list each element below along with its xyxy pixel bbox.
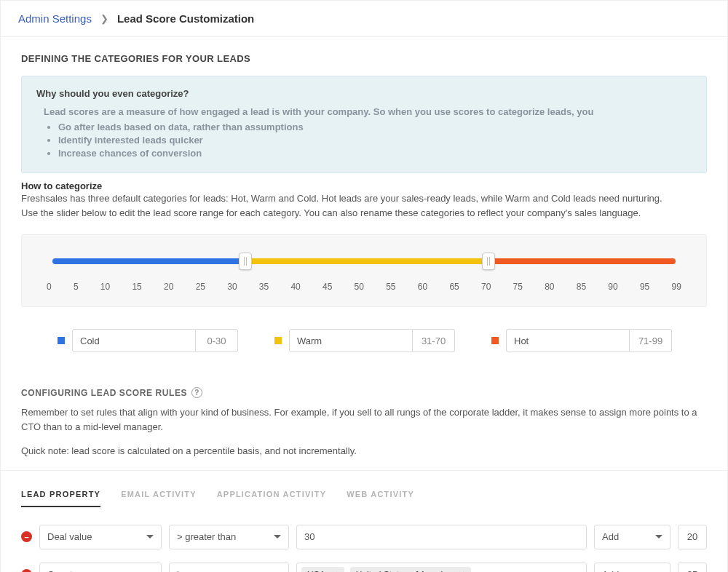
category-cold — [58, 329, 238, 352]
slider-tick: 15 — [132, 282, 141, 292]
info-lead-text: Lead scores are a measure of how engaged… — [44, 106, 692, 117]
page: Admin Settings ❯ Lead Score Customizatio… — [0, 0, 728, 572]
slider-handle-1[interactable] — [239, 253, 252, 270]
rule-tabs: LEAD PROPERTYEMAIL ACTIVITYAPPLICATION A… — [21, 490, 707, 507]
slider-tick: 35 — [259, 282, 269, 292]
category-warm-range-input[interactable] — [413, 329, 455, 352]
breadcrumb-current: Lead Score Customization — [117, 12, 254, 25]
slider-tick: 55 — [386, 282, 395, 292]
slider-tick: 95 — [640, 282, 649, 292]
slider-tick: 25 — [196, 282, 205, 292]
tab-web-activity[interactable]: WEB ACTIVITY — [347, 490, 414, 507]
rule-row: –Deal value> greater thanAdd — [21, 525, 707, 549]
slider-tick: 20 — [164, 282, 173, 292]
slider-tick: 50 — [355, 282, 364, 292]
category-cold-range-input[interactable] — [196, 329, 238, 352]
slider-track — [52, 258, 676, 264]
chevron-right-icon: ❯ — [100, 13, 108, 24]
slider-tick: 99 — [672, 282, 681, 292]
category-hot-range-input[interactable] — [630, 329, 672, 352]
rule-operator-select[interactable]: > greater than — [169, 525, 289, 549]
slider-tick: 85 — [577, 282, 586, 292]
info-bullet-list: Go after leads based on data, rather tha… — [58, 122, 692, 159]
slider-tick: 80 — [545, 282, 554, 292]
tag-remove-icon[interactable]: ✕ — [458, 570, 465, 573]
howto-title: How to categorize — [21, 180, 707, 191]
rules-paragraph-1: Remember to set rules that align with yo… — [21, 405, 707, 434]
category-hot-name-input[interactable] — [506, 329, 630, 352]
slider-tick: 5 — [74, 282, 79, 292]
category-warm-name-input[interactable] — [289, 329, 413, 352]
tag: United States of America✕ — [350, 567, 471, 573]
slider-segment-cold — [52, 258, 245, 264]
rule-value-input[interactable] — [296, 525, 587, 549]
category-cold-name-input[interactable] — [72, 329, 196, 352]
rules-list: –Deal value> greater thanAdd–CountryisUS… — [21, 525, 707, 573]
slider-tick: 90 — [608, 282, 617, 292]
breadcrumb: Admin Settings ❯ Lead Score Customizatio… — [1, 1, 727, 37]
slider-tick: 75 — [513, 282, 523, 292]
info-bullet: Increase chances of conversion — [58, 148, 692, 159]
slider-card: 0510152025303540455055606570758085909599 — [21, 234, 707, 307]
remove-rule-button[interactable]: – — [21, 531, 32, 542]
info-bullet: Identify interested leads quicker — [58, 135, 692, 146]
tag-label: USA — [307, 570, 325, 573]
rule-operator-value: > greater than — [177, 531, 236, 542]
rule-score-input[interactable] — [678, 525, 707, 549]
rule-field-value: Deal value — [47, 531, 92, 542]
slider-tick: 60 — [418, 282, 427, 292]
rule-field-value: Country — [47, 569, 81, 572]
swatch-hot-icon — [491, 337, 499, 344]
rule-score-input[interactable] — [678, 563, 707, 573]
rule-operator-value: is — [177, 569, 183, 572]
tag-remove-icon[interactable]: ✕ — [331, 570, 339, 573]
remove-rule-button[interactable]: – — [21, 569, 32, 572]
rule-value-tags[interactable]: USA✕United States of America✕ — [296, 563, 587, 573]
tag: USA✕ — [301, 567, 344, 573]
info-bullet: Go after leads based on data, rather tha… — [58, 122, 692, 132]
tab-application-activity[interactable]: APPLICATION ACTIVITY — [217, 490, 327, 507]
rule-action-select[interactable]: Add — [594, 525, 670, 549]
category-warm — [274, 329, 455, 352]
caret-down-icon — [274, 535, 281, 539]
slider-tick: 65 — [449, 282, 459, 292]
tab-lead-property[interactable]: LEAD PROPERTY — [21, 490, 100, 507]
swatch-warm-icon — [274, 337, 282, 344]
rule-action-value: Add — [602, 569, 619, 572]
slider-tick: 0 — [47, 282, 52, 292]
rule-field-select[interactable]: Deal value — [39, 525, 162, 549]
help-icon[interactable]: ? — [191, 387, 202, 398]
breadcrumb-parent-link[interactable]: Admin Settings — [18, 12, 92, 25]
rule-field-select[interactable]: Country — [39, 563, 162, 573]
rules-heading-text: CONFIGURING LEAD SCORE RULES — [21, 388, 187, 398]
category-hot — [491, 329, 672, 352]
section-heading-rules: CONFIGURING LEAD SCORE RULES ? — [21, 387, 707, 398]
slider-segment-warm — [245, 258, 488, 264]
slider-handle-2[interactable] — [482, 253, 495, 270]
tag-label: United States of America — [356, 570, 452, 573]
slider-tick: 10 — [100, 282, 110, 292]
rule-row: –CountryisUSA✕United States of America✕A… — [21, 563, 707, 573]
caret-down-icon — [655, 535, 662, 539]
slider-segment-hot — [488, 258, 676, 264]
slider-track-wrap[interactable] — [52, 254, 676, 271]
rule-action-select[interactable]: Add — [594, 563, 670, 573]
slider-ticks: 0510152025303540455055606570758085909599 — [47, 282, 681, 292]
tab-email-activity[interactable]: EMAIL ACTIVITY — [121, 490, 197, 507]
category-row — [21, 329, 707, 352]
rule-operator-select[interactable]: is — [169, 563, 289, 573]
slider-tick: 40 — [290, 282, 300, 292]
divider — [1, 470, 727, 471]
content: DEFINING THE CATEGORIES FOR YOUR LEADS W… — [1, 37, 727, 572]
info-box: Why should you even categorize? Lead sco… — [21, 76, 707, 173]
howto-text-1: Freshsales has three default categories … — [21, 191, 707, 206]
info-question: Why should you even categorize? — [36, 88, 692, 99]
howto-text-2: Use the slider below to edit the lead sc… — [21, 206, 707, 221]
caret-down-icon — [146, 535, 154, 539]
rule-action-value: Add — [602, 531, 619, 542]
slider-tick: 45 — [323, 282, 332, 292]
rules-paragraph-2: Quick note: lead score is calculated on … — [21, 444, 707, 458]
slider-tick: 30 — [227, 282, 237, 292]
slider-tick: 70 — [481, 282, 491, 292]
section-heading-defining: DEFINING THE CATEGORIES FOR YOUR LEADS — [21, 53, 707, 64]
